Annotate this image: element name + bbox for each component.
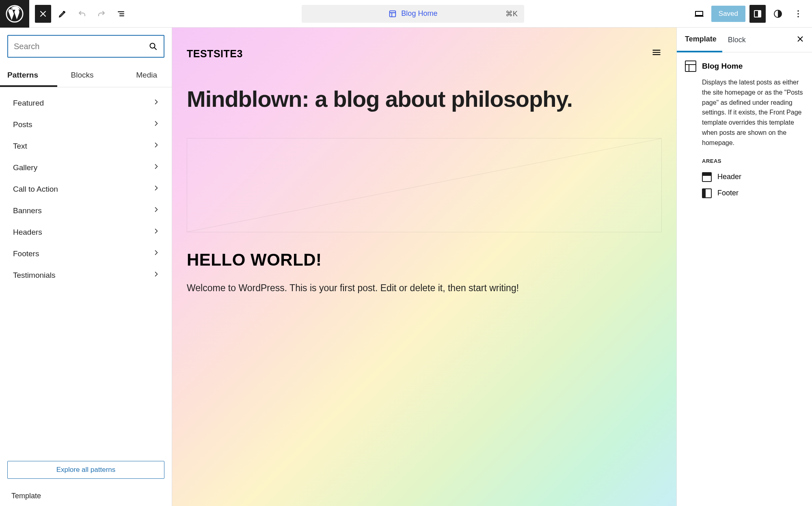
category-label: Footers [13, 249, 39, 258]
site-title[interactable]: TESTSITE3 [187, 48, 243, 60]
category-label: Posts [13, 120, 32, 129]
pattern-category-item[interactable]: Headers [0, 221, 172, 243]
inserter-panel: Patterns Blocks Media FeaturedPostsTextG… [0, 28, 172, 506]
category-label: Text [13, 142, 27, 151]
svg-point-7 [797, 16, 799, 17]
inserter-tabs: Patterns Blocks Media [0, 65, 172, 87]
pattern-category-item[interactable]: Gallery [0, 157, 172, 178]
chevron-right-icon [152, 184, 160, 194]
chevron-right-icon [152, 249, 160, 259]
settings-sidebar-toggle[interactable] [749, 5, 766, 23]
pattern-category-item[interactable]: Call to Action [0, 178, 172, 200]
options-button[interactable] [790, 5, 806, 23]
nav-menu-button[interactable] [651, 47, 662, 61]
area-label: Header [717, 173, 741, 181]
menu-icon [651, 47, 662, 58]
close-inserter-button[interactable] [35, 5, 51, 23]
chevron-right-icon [152, 270, 160, 280]
footer-area-icon [702, 188, 712, 198]
redo-button[interactable] [93, 5, 110, 23]
wordpress-logo[interactable] [0, 0, 29, 28]
featured-image-placeholder[interactable] [187, 138, 662, 232]
chevron-right-icon [152, 205, 160, 216]
close-icon [796, 35, 805, 43]
settings-tabs: Template Block [677, 28, 812, 52]
chevron-right-icon [152, 141, 160, 151]
search-box [7, 35, 164, 58]
chevron-right-icon [152, 227, 160, 237]
undo-button[interactable] [74, 5, 90, 23]
view-button[interactable] [691, 5, 707, 23]
keyboard-shortcut: ⌘K [505, 9, 518, 18]
pencil-icon [58, 9, 67, 19]
tab-blocks[interactable]: Blocks [57, 65, 107, 87]
page-heading[interactable]: Mindblown: a blog about philosophy. [187, 86, 662, 112]
page-title-bar[interactable]: Blog Home ⌘K [302, 5, 524, 23]
save-button[interactable]: Saved [711, 6, 745, 22]
top-toolbar: Blog Home ⌘K Saved [0, 0, 812, 28]
search-icon [148, 41, 158, 51]
page-title: Blog Home [401, 9, 437, 18]
sidebar-icon [753, 9, 762, 19]
category-label: Headers [13, 228, 42, 237]
category-label: Featured [13, 99, 44, 108]
category-label: Banners [13, 206, 42, 215]
pattern-category-item[interactable]: Text [0, 135, 172, 157]
tab-media[interactable]: Media [107, 65, 172, 87]
more-vertical-icon [793, 9, 803, 19]
editor-canvas[interactable]: TESTSITE3 Mindblown: a blog about philos… [172, 28, 676, 506]
search-input[interactable] [14, 42, 148, 51]
pattern-category-item[interactable]: Testimonials [0, 264, 172, 286]
area-item-footer[interactable]: Footer [702, 185, 804, 201]
explore-patterns-button[interactable]: Explore all patterns [7, 461, 164, 479]
area-item-header[interactable]: Header [702, 169, 804, 185]
styles-icon [773, 9, 783, 19]
chevron-right-icon [152, 119, 160, 130]
redo-icon [97, 9, 106, 19]
desktop-icon [694, 9, 704, 19]
document-overview-button[interactable] [113, 5, 129, 23]
category-label: Call to Action [13, 185, 58, 194]
tab-block[interactable]: Block [722, 28, 752, 52]
template-description: Displays the latest posts as either the … [702, 78, 804, 148]
svg-rect-3 [758, 11, 761, 17]
category-label: Testimonials [13, 271, 56, 280]
header-area-icon [702, 172, 712, 182]
settings-sidebar: Template Block Blog Home Displays the la… [676, 28, 812, 506]
post-excerpt[interactable]: Welcome to WordPress. This is your first… [187, 281, 662, 296]
layout-icon [388, 9, 397, 18]
category-label: Gallery [13, 163, 37, 172]
pattern-category-item[interactable]: Posts [0, 114, 172, 135]
breadcrumb-template[interactable]: Template [0, 486, 172, 506]
template-title: Blog Home [702, 62, 743, 71]
svg-point-5 [797, 10, 799, 12]
pattern-category-item[interactable]: Featured [0, 92, 172, 114]
tab-template[interactable]: Template [677, 28, 722, 52]
styles-button[interactable] [770, 5, 786, 23]
template-layout-icon [685, 61, 696, 72]
svg-rect-1 [390, 11, 396, 17]
areas-heading: AREAS [702, 158, 804, 164]
edit-tool-button[interactable] [54, 5, 71, 23]
pattern-categories: FeaturedPostsTextGalleryCall to ActionBa… [0, 87, 172, 454]
chevron-right-icon [152, 162, 160, 173]
tab-patterns[interactable]: Patterns [0, 65, 57, 87]
svg-point-6 [797, 13, 799, 15]
post-title[interactable]: HELLO WORLD! [187, 250, 662, 270]
close-icon [38, 9, 48, 19]
close-sidebar-button[interactable] [788, 35, 812, 45]
undo-icon [77, 9, 87, 19]
pattern-category-item[interactable]: Banners [0, 200, 172, 221]
chevron-right-icon [152, 98, 160, 108]
pattern-category-item[interactable]: Footers [0, 243, 172, 264]
area-label: Footer [717, 189, 739, 197]
list-view-icon [116, 9, 126, 19]
